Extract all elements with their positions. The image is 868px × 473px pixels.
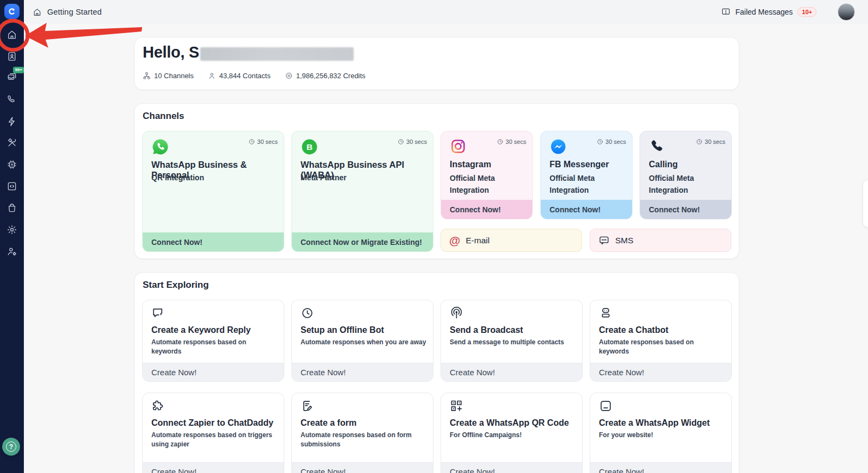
question-mark-icon: ? [6,442,16,452]
annotation-arrow [25,23,142,48]
shopping-bag-icon [7,203,17,213]
explore-card-widget[interactable]: Create a WhatsApp Widget For your websit… [590,393,732,473]
connect-now-button[interactable]: Connect Now! [541,200,632,219]
svg-text:AI: AI [11,163,14,166]
channels-title: Channels [143,111,184,122]
phone-icon [7,94,17,105]
edge-scroll-tab[interactable] [863,180,868,227]
broadcast-icon [449,306,464,323]
credits-icon [285,72,293,80]
user-avatar[interactable] [838,3,855,21]
connect-now-button[interactable]: Connect Now! [640,200,731,219]
explore-card-chatbot[interactable]: Create a Chatbot Automate responses base… [590,300,732,382]
sidebar-item-home[interactable] [5,28,18,41]
sidebar-item-ai[interactable]: AI [5,158,18,171]
gear-icon [7,224,17,235]
explore-card-form[interactable]: Create a form Automate responses based o… [291,393,433,473]
setup-time-chip: 30 secs [248,138,278,145]
connect-now-button[interactable]: Connect Now! [441,200,532,219]
topbar: Getting Started Failed Messages 10+ [24,0,868,24]
explore-card-subtitle: For your website! [599,431,725,440]
failed-messages-label: Failed Messages [736,8,793,16]
whatsapp-icon [151,138,169,158]
explore-card-subtitle: Automate responses based on triggers usi… [151,431,277,450]
channel-card-calling[interactable]: 30 secs Calling Official Meta Integratio… [640,131,732,219]
clock-icon [300,306,315,323]
explore-card-title: Send a Broadcast [450,325,523,335]
logo-c-icon [8,7,16,16]
chatdaddy-logo[interactable] [4,4,20,19]
explore-card-qr-code[interactable]: Create a WhatsApp QR Code For Offline Ca… [441,393,583,473]
channel-card-email[interactable]: @ E-mail [441,229,582,252]
failed-messages-button[interactable]: Failed Messages 10+ [721,7,817,17]
explore-card-subtitle: Automate responses when you are away [301,338,426,347]
explore-card-title: Setup an Offline Bot [301,325,384,335]
channel-subtitle: Official Meta Integration [450,173,525,196]
hello-panel: Hello, S 10 Channels 43,844 Contacts 1,9… [134,37,739,90]
sidebar-item-settings[interactable] [5,223,18,236]
breadcrumb-home-icon[interactable] [33,8,42,17]
channel-card-waba[interactable]: B 30 secs WhatsApp Business API (WABA) M… [291,131,433,252]
create-now-button[interactable]: Create Now! [143,363,284,381]
lightning-icon [7,116,17,127]
account-stats: 10 Channels 43,844 Contacts 1,986,256,83… [143,72,366,80]
setup-time-chip: 30 secs [398,138,427,145]
create-now-button[interactable]: Create Now! [143,462,284,473]
greeting-text: Hello, S [143,43,199,61]
channel-card-sms[interactable]: SMS [590,229,731,252]
sidebar-item-store[interactable] [5,201,18,215]
create-now-button[interactable]: Create Now! [441,462,582,473]
sidebar-item-phone[interactable] [5,93,18,106]
sidebar-item-contacts[interactable] [5,50,18,63]
channel-title: SMS [615,236,634,245]
contacts-icon [7,51,17,62]
channel-subtitle: Meta Partner [301,173,347,182]
explore-card-offline-bot[interactable]: Setup an Offline Bot Automate responses … [291,300,433,382]
sidebar-item-inbox[interactable]: 99+ [5,70,18,83]
create-now-button[interactable]: Create Now! [590,462,731,473]
setup-time-chip: 30 secs [497,138,526,145]
instagram-icon [450,138,467,157]
help-button[interactable]: ? [2,438,20,456]
channel-card-messenger[interactable]: 30 secs FB Messenger Official Meta Integ… [540,131,633,219]
channel-subtitle: Official Meta Integration [649,173,724,196]
stat-channels-label: 10 Channels [154,72,194,80]
explore-card-zapier[interactable]: Connect Zapier to ChatDaddy Automate res… [142,393,284,473]
zapier-icon [151,399,165,415]
channel-card-instagram[interactable]: 30 secs Instagram Official Meta Integrat… [441,131,533,219]
failed-message-icon [721,7,731,17]
sidebar-item-developer[interactable] [5,180,18,193]
widget-icon [598,399,613,415]
create-now-button[interactable]: Create Now! [292,462,433,473]
qr-code-icon [449,399,464,415]
form-icon [300,399,315,415]
stat-contacts-label: 43,844 Contacts [219,72,271,80]
channel-title: Instagram [450,160,491,169]
stat-contacts: 43,844 Contacts [208,72,271,80]
channel-title: Calling [649,160,678,169]
channel-subtitle: QR Integration [151,173,204,182]
explore-card-broadcast[interactable]: Send a Broadcast Send a message to multi… [441,300,583,382]
failed-messages-badge: 10+ [797,7,816,17]
code-icon [7,181,17,192]
connect-now-button[interactable]: Connect Now or Migrate Existing! [292,232,433,251]
channel-card-whatsapp[interactable]: 30 secs WhatsApp Business & Personal QR … [142,131,284,252]
sidebar-item-tools[interactable] [5,136,18,149]
explore-card-title: Create a Keyword Reply [151,325,251,335]
person-icon [208,72,216,80]
create-now-button[interactable]: Create Now! [590,363,731,381]
sidebar-item-team[interactable] [5,245,18,258]
connect-now-button[interactable]: Connect Now! [143,232,284,251]
tools-icon [7,137,17,148]
create-now-button[interactable]: Create Now! [292,363,433,381]
create-now-button[interactable]: Create Now! [441,363,582,381]
svg-text:B: B [307,142,312,152]
explore-card-keyword-reply[interactable]: Create a Keyword Reply Automate response… [142,300,284,382]
sidebar-item-automation[interactable] [5,115,18,128]
explore-card-title: Connect Zapier to ChatDaddy [151,418,273,428]
chatbot-icon [598,306,613,323]
user-gear-icon [7,246,17,257]
stat-credits-label: 1,986,256,832 Credits [296,72,366,80]
explore-card-title: Create a WhatsApp QR Code [450,418,569,428]
explore-card-subtitle: Automate responses based on form submiss… [301,431,426,450]
